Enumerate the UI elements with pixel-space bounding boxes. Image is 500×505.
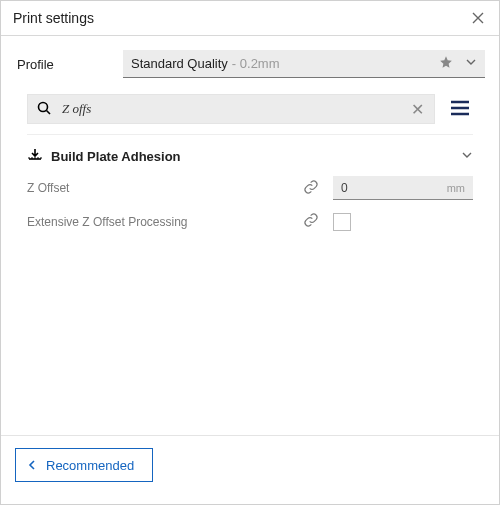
chevron-down-icon	[465, 56, 477, 71]
close-button[interactable]	[469, 9, 487, 27]
extensive-z-checkbox[interactable]	[333, 213, 351, 231]
link-icon[interactable]	[303, 179, 319, 198]
print-settings-panel: Print settings Profile Standard Quality …	[0, 0, 500, 505]
panel-title: Print settings	[13, 10, 94, 26]
profile-name: Standard Quality	[131, 56, 228, 71]
footer: Recommended	[1, 435, 499, 504]
profile-detail: - 0.2mm	[232, 56, 280, 71]
clear-search-button[interactable]: ✕	[409, 98, 426, 121]
section-title: Build Plate Adhesion	[51, 149, 461, 164]
close-icon	[471, 11, 485, 25]
content-area: Profile Standard Quality - 0.2mm ✕	[1, 36, 499, 435]
unit-label: mm	[447, 182, 465, 194]
adhesion-icon	[27, 147, 43, 166]
recommended-label: Recommended	[46, 458, 134, 473]
hamburger-icon	[449, 97, 471, 119]
titlebar: Print settings	[1, 1, 499, 36]
section-header-adhesion[interactable]: Build Plate Adhesion	[15, 143, 485, 170]
setting-row-z-offset: Z Offset mm	[15, 170, 485, 206]
recommended-button[interactable]: Recommended	[15, 448, 153, 482]
profile-select[interactable]: Standard Quality - 0.2mm	[123, 50, 485, 78]
divider	[27, 134, 473, 135]
setting-row-extensive-z: Extensive Z Offset Processing	[15, 206, 485, 237]
chevron-left-icon	[26, 459, 38, 471]
setting-label: Extensive Z Offset Processing	[27, 215, 295, 229]
search-row: ✕	[27, 94, 473, 124]
setting-label: Z Offset	[27, 181, 295, 195]
search-box: ✕	[27, 94, 435, 124]
svg-point-0	[39, 102, 48, 111]
profile-row: Profile Standard Quality - 0.2mm	[15, 50, 485, 78]
star-icon[interactable]	[439, 55, 453, 72]
search-icon	[36, 100, 52, 119]
profile-label: Profile	[15, 57, 105, 72]
link-icon[interactable]	[303, 212, 319, 231]
search-input[interactable]	[62, 101, 409, 117]
menu-button[interactable]	[447, 95, 473, 124]
z-offset-input-wrap: mm	[333, 176, 473, 200]
chevron-down-icon	[461, 149, 473, 164]
